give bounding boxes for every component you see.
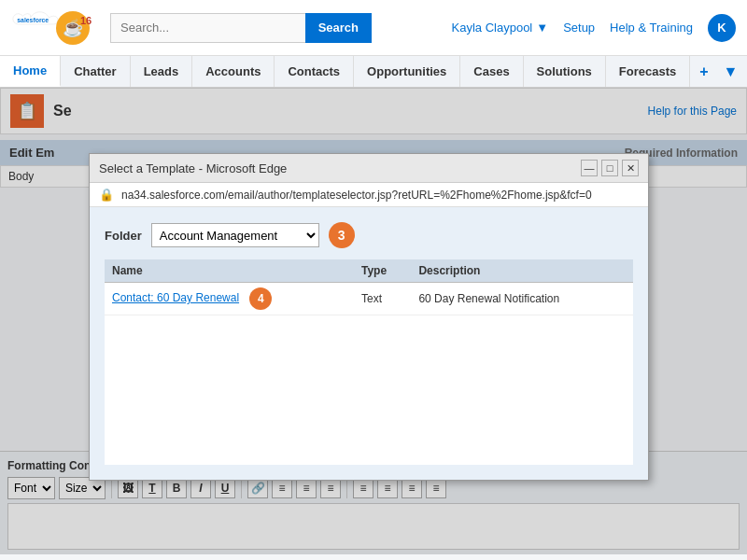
- url-text: na34.salesforce.com/email/author/templat…: [121, 189, 639, 202]
- help-training-link[interactable]: Help & Training: [610, 21, 693, 35]
- search-bar: Search: [110, 13, 372, 43]
- main-nav: Home Chatter Leads Accounts Contacts Opp…: [0, 56, 747, 88]
- svg-text:salesforce: salesforce: [17, 17, 49, 23]
- nav-item-leads[interactable]: Leads: [131, 56, 193, 87]
- modal-controls: — □ ✕: [581, 160, 639, 176]
- modal-titlebar: Select a Template - Microsoft Edge — □ ✕: [90, 154, 648, 183]
- search-input[interactable]: [110, 13, 305, 43]
- page-content: 📋 Se Help for this Page Edit Em Required…: [0, 88, 747, 554]
- coffee-badge: ☕ 16: [54, 9, 92, 47]
- template-type-cell: Text: [354, 283, 411, 315]
- nav-item-chatter[interactable]: Chatter: [61, 56, 131, 87]
- top-nav-right: Kayla Claypool ▼ Setup Help & Training K: [452, 14, 736, 42]
- template-table: Name Type Description Contact: 60 Day Re…: [105, 259, 633, 315]
- nav-item-contacts[interactable]: Contacts: [275, 56, 354, 87]
- lock-icon: 🔒: [99, 188, 114, 202]
- salesforce-logo: salesforce ☕ 16: [11, 9, 92, 47]
- nav-item-solutions[interactable]: Solutions: [524, 56, 606, 87]
- col-header-type: Type: [354, 259, 411, 283]
- folder-select[interactable]: Account Management My Templates Shared T…: [151, 223, 319, 247]
- nav-more-dropdown[interactable]: ▼: [718, 56, 744, 87]
- top-nav-bar: salesforce ☕ 16 Search Kayla Claypool ▼ …: [0, 0, 747, 56]
- modal-minimize-btn[interactable]: —: [581, 160, 598, 176]
- nav-item-forecasts[interactable]: Forecasts: [606, 56, 690, 87]
- modal-close-btn[interactable]: ✕: [622, 160, 639, 176]
- nav-item-accounts[interactable]: Accounts: [192, 56, 275, 87]
- template-name-cell: Contact: 60 Day Renewal 4: [105, 283, 354, 315]
- modal-empty-area: [105, 315, 633, 465]
- user-name-text: Kayla Claypool: [452, 21, 533, 35]
- modal-url-bar: 🔒 na34.salesforce.com/email/author/templ…: [90, 183, 648, 207]
- folder-row: Folder Account Management My Templates S…: [105, 222, 633, 248]
- nav-item-cases[interactable]: Cases: [460, 56, 523, 87]
- template-name-link[interactable]: Contact: 60 Day Renewal: [112, 291, 239, 304]
- svg-text:16: 16: [80, 15, 92, 26]
- modal-body: Folder Account Management My Templates S…: [90, 207, 648, 480]
- avatar: K: [708, 14, 736, 42]
- step-4-badge: 4: [249, 287, 272, 310]
- user-name-dropdown[interactable]: Kayla Claypool ▼: [452, 21, 549, 35]
- table-row: Contact: 60 Day Renewal 4 Text 60 Day Re…: [105, 283, 633, 315]
- select-template-modal: Select a Template - Microsoft Edge — □ ✕…: [89, 153, 649, 481]
- nav-item-opportunities[interactable]: Opportunities: [354, 56, 460, 87]
- modal-maximize-btn[interactable]: □: [601, 160, 618, 176]
- user-dropdown-arrow: ▼: [536, 21, 548, 35]
- col-header-description: Description: [411, 259, 633, 283]
- col-header-name: Name: [105, 259, 354, 283]
- search-button[interactable]: Search: [305, 13, 372, 43]
- setup-link[interactable]: Setup: [563, 21, 595, 35]
- nav-add-button[interactable]: +: [690, 56, 717, 87]
- modal-title: Select a Template - Microsoft Edge: [99, 161, 287, 175]
- nav-item-home[interactable]: Home: [0, 56, 61, 87]
- folder-label: Folder: [105, 229, 142, 243]
- step-3-badge: 3: [329, 222, 355, 248]
- template-description-cell: 60 Day Renewal Notification: [411, 283, 633, 315]
